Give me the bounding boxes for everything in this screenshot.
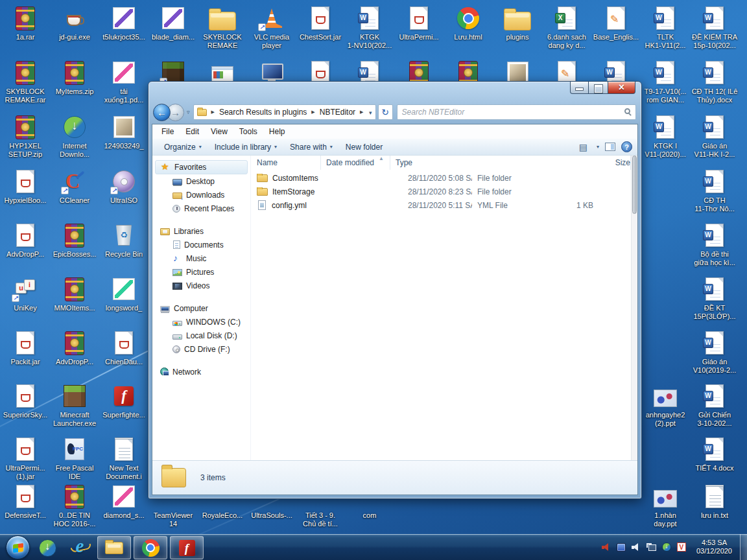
desktop-icon[interactable]: Base_Englis... [592, 5, 640, 41]
desktop-icon[interactable]: DefensiveT... [1, 484, 49, 520]
file-name-cell[interactable]: CustomItems [252, 174, 403, 183]
menu-item[interactable]: View [205, 125, 233, 138]
desktop-icon[interactable]: anhngayhe2 (2).ppt [641, 383, 689, 428]
change-view-button[interactable]: ▤ [579, 143, 587, 152]
taskbar-app-button[interactable] [97, 536, 131, 559]
desktop-icon[interactable]: 1.nhàn day.ppt [641, 484, 689, 528]
sidebar-item[interactable]: Pictures [155, 265, 248, 279]
desktop-icon[interactable]: Giáo án V11-HK I-2... [691, 114, 739, 159]
file-name-cell[interactable]: ItemStorage [252, 187, 403, 196]
column-header[interactable]: Name [252, 156, 321, 170]
taskbar-clock[interactable]: 4:53 SA 03/12/2020 [691, 539, 737, 555]
desktop-icon[interactable]: TIẾT 4.docx [691, 436, 739, 472]
desktop-icon[interactable]: SuperiorSky... [1, 383, 49, 419]
tray-icon[interactable] [646, 543, 656, 551]
sidebar-item[interactable]: Favorites [155, 160, 248, 174]
toolbar-button[interactable]: New folder ▾ [339, 140, 389, 154]
desktop-icon[interactable]: Giáo án V10(2019-2... [691, 330, 739, 375]
desktop-icon[interactable]: UltraPermi... (1).jar [1, 436, 49, 481]
toolbar-button[interactable]: Organize ▾ [158, 140, 208, 154]
breadcrumb-item[interactable]: ▶ Search Results in plugins [207, 108, 307, 117]
desktop-icon[interactable]: UltraISO [100, 169, 148, 205]
desktop-icon[interactable]: UltraPermi... [395, 5, 443, 41]
sidebar-item[interactable]: Music [155, 251, 248, 265]
tray-icon[interactable] [617, 543, 626, 552]
desktop-icon[interactable]: longsword_ [100, 276, 148, 312]
desktop-icon[interactable]: blade_diam... [149, 5, 197, 41]
sidebar-item[interactable]: Desktop [155, 174, 248, 188]
sidebar-item[interactable]: WINDOWS (C:) [155, 315, 248, 329]
start-button[interactable] [4, 534, 31, 560]
show-desktop-button[interactable] [740, 534, 747, 560]
sidebar-item[interactable]: Downloads [155, 188, 248, 202]
desktop-icon[interactable]: Superfighte... [100, 383, 148, 419]
taskbar-app-button[interactable] [170, 536, 204, 559]
desktop-icon[interactable]: 124903249_ [100, 114, 148, 150]
desktop-icon[interactable]: SKYBLOCK REMAKE.rar [1, 60, 49, 104]
sidebar-item[interactable]: Computer [155, 301, 248, 315]
desktop-icon[interactable]: tải xuống1.pd... [100, 60, 148, 104]
desktop-icon[interactable]: VLC media player [248, 5, 296, 50]
maximize-button[interactable] [589, 82, 608, 94]
toolbar-button[interactable]: Share with ▾ [283, 140, 339, 154]
desktop-icon[interactable]: jd-gui.exe [51, 5, 99, 41]
file-name-cell[interactable]: config.yml [252, 200, 403, 210]
desktop-icon[interactable]: MyItems.zip [51, 60, 99, 96]
breadcrumb-item-label[interactable]: NBTEditor [320, 108, 355, 117]
column-header[interactable]: Size [610, 156, 631, 170]
desktop-icon[interactable]: New Text Document.i [100, 436, 148, 481]
desktop-icon[interactable]: HypxielBoo... [1, 169, 49, 205]
back-button[interactable] [153, 104, 171, 121]
minimize-button[interactable] [570, 82, 589, 94]
desktop-icon[interactable]: AdvDropP... [51, 330, 99, 366]
desktop-icon[interactable]: Free Pascal IDE [51, 436, 99, 481]
desktop-icon[interactable]: diamond_s... [100, 484, 148, 520]
desktop-icon[interactable]: Lưu.html [444, 5, 492, 41]
desktop-icon[interactable]: KTGK 1-NV10(202... [346, 5, 394, 50]
menu-item[interactable]: Help [263, 125, 291, 138]
desktop-icon[interactable]: UniKey [1, 276, 49, 312]
close-button[interactable] [608, 82, 635, 94]
preview-pane-button[interactable] [605, 143, 615, 151]
help-button[interactable]: ? [621, 141, 632, 152]
desktop-icon[interactable]: EpicBosses... [51, 222, 99, 259]
column-header[interactable]: Type [390, 156, 610, 170]
desktop-icon[interactable]: lưu in.txt [691, 484, 739, 520]
address-dropdown-chevron-icon[interactable]: ▾ [369, 110, 372, 116]
breadcrumb-item[interactable]: ▶ NBTEditor [307, 108, 355, 117]
recent-pages-chevron-icon[interactable]: ▿ [187, 109, 190, 115]
file-row[interactable]: config.yml 28/11/2020 5:11 SA YML File 1… [252, 198, 631, 212]
desktop-icon[interactable]: MMOItems... [51, 276, 99, 312]
desktop-icon[interactable]: plugins [493, 5, 541, 41]
sidebar-item[interactable]: CD Drive (F:) [155, 342, 248, 356]
sidebar-item[interactable]: Recent Places [155, 202, 248, 215]
sidebar-item[interactable]: Libraries [155, 224, 248, 238]
breadcrumb[interactable]: ▶ Search Results in plugins ▶ NBTEditor … [193, 104, 376, 120]
file-row[interactable]: CustomItems 28/11/2020 5:08 SA File fold… [252, 171, 631, 185]
scrollbar[interactable] [631, 156, 637, 460]
desktop-icon[interactable]: Packit.jar [1, 330, 49, 366]
sidebar-item[interactable]: Network [155, 365, 248, 379]
taskbar-app-button[interactable] [65, 536, 95, 559]
desktop-icon[interactable]: SKYBLOCK REMAKE [198, 5, 246, 50]
chevron-down-icon[interactable]: ▾ [597, 144, 599, 150]
menu-item[interactable]: Tools [233, 125, 263, 138]
desktop-icon[interactable]: t5lukrjoct35... [100, 5, 148, 41]
toolbar-button[interactable]: Include in library ▾ [208, 140, 283, 154]
tray-icon[interactable] [662, 542, 671, 552]
desktop-icon[interactable]: Recycle Bin [100, 222, 148, 259]
menu-item[interactable]: File [156, 125, 180, 138]
desktop-icon[interactable]: Gửi Chiến 3-10-202... [691, 383, 739, 428]
desktop-icon[interactable]: KTGK I V11-(2020)... [641, 114, 689, 159]
desktop-icon[interactable]: Bộ đề thi giữa học kì... [691, 222, 739, 267]
sidebar-item[interactable]: Local Disk (D:) [155, 329, 248, 342]
desktop-icon[interactable]: 6.danh sach dang ky d... [543, 5, 591, 50]
refresh-button[interactable]: ↻ [378, 104, 393, 120]
breadcrumb-item-label[interactable]: Search Results in plugins [219, 108, 307, 117]
search-input[interactable] [397, 105, 619, 119]
desktop-icon[interactable]: ChienDau... [100, 330, 148, 366]
tray-icon[interactable] [677, 542, 686, 552]
desktop-icon[interactable]: 0..DE TIN HOC 2016-... [51, 484, 99, 528]
scrollbar-thumb[interactable] [632, 156, 637, 214]
desktop-icon[interactable]: CCleaner [51, 169, 99, 205]
